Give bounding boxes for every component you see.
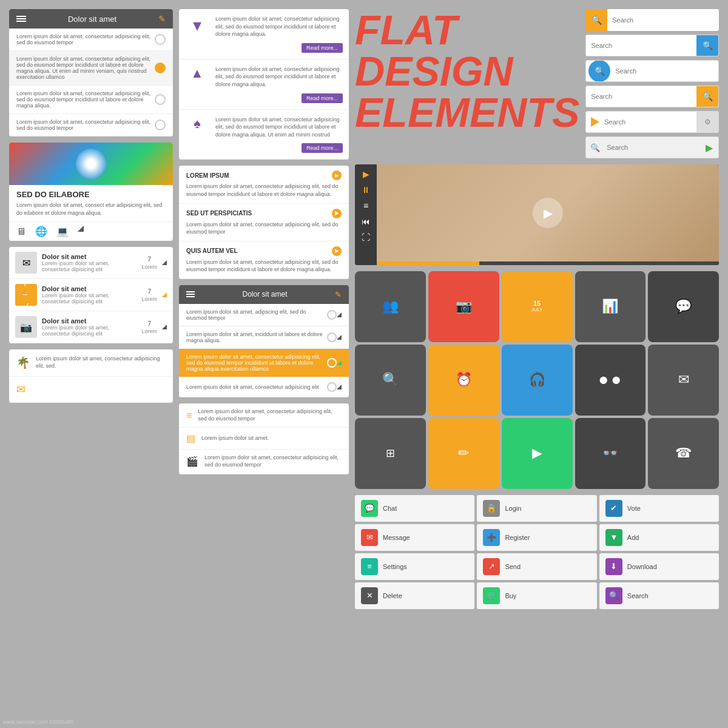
- card-action-laptop[interactable]: 💻: [56, 226, 69, 237]
- search-input-1[interactable]: [607, 9, 719, 31]
- read-more-button[interactable]: Read more...: [302, 143, 343, 153]
- icon-tile-camera[interactable]: 📷: [428, 271, 499, 342]
- list-item[interactable]: Lorem ipsum dolor sit amet, consectetur …: [9, 114, 173, 136]
- icon-tile-grid[interactable]: ⊞: [355, 418, 426, 489]
- search-button-2[interactable]: 🔍: [696, 35, 718, 56]
- drop-icon: ▾: [193, 15, 201, 35]
- watermark: www.sacusac.com 03965480: [3, 719, 74, 725]
- search-input-6[interactable]: [604, 137, 700, 158]
- list-item[interactable]: Lorem ipsum dolor sit amet, consectetur …: [9, 86, 173, 114]
- text-row[interactable]: ▤ Lorem ipsum dolor sit amet.: [179, 428, 349, 450]
- login-button[interactable]: 🔒 Login: [477, 495, 596, 522]
- play-button[interactable]: ▶: [363, 169, 369, 179]
- accordion-item[interactable]: LOREM IPSUM ▶ Lorem ipsum dolor sit amet…: [179, 166, 349, 203]
- pause-button[interactable]: ⏸: [362, 185, 370, 195]
- download-button[interactable]: ⬇ Download: [599, 553, 719, 580]
- read-more-button[interactable]: Read more...: [302, 93, 343, 103]
- skip-back-button[interactable]: ⏮: [362, 217, 370, 226]
- card-action-globe[interactable]: 🌐: [35, 226, 47, 237]
- simple-list-row[interactable]: 🌴 Lorem ipsum dolor sit amet, consectetu…: [9, 349, 173, 376]
- chat-button[interactable]: 💬 Chat: [355, 495, 474, 522]
- vote-button[interactable]: ✔ Vote: [599, 495, 719, 522]
- list-row-icon: ✉: [15, 252, 37, 274]
- buy-button[interactable]: 🛒 Buy: [477, 582, 596, 609]
- accordion-text: Lorem ipsum dolor sit amet, consectetur …: [186, 221, 342, 236]
- delete-button[interactable]: ✕ Delete: [355, 582, 474, 609]
- icon-tile-search[interactable]: 🔍: [355, 345, 426, 416]
- video-progress-bar[interactable]: [377, 261, 719, 265]
- search-button-5[interactable]: ⚙: [696, 111, 718, 133]
- search-icon-circle: 🔍: [588, 60, 610, 82]
- read-more-button[interactable]: Read more...: [302, 43, 343, 53]
- search-input-5[interactable]: [599, 112, 696, 132]
- hamburger-icon[interactable]: [16, 16, 26, 22]
- video-play-overlay[interactable]: ▶: [533, 198, 563, 228]
- list-item-text: Lorem ipsum dolor sit amet, consectetur …: [16, 33, 155, 46]
- list-item-check: [155, 62, 166, 73]
- icon-tile-play[interactable]: ▶: [502, 418, 573, 489]
- play-button[interactable]: ▶: [332, 170, 342, 180]
- list-row[interactable]: ✉ Dolor sit amet Lorem ipsum dolor sit a…: [9, 247, 173, 279]
- blog-content: Lorem ipsum dolor sit amet, consectetur …: [215, 66, 343, 103]
- search-button-4[interactable]: 🔍: [696, 86, 718, 107]
- list-item[interactable]: Lorem ipsum dolor sit amet, consectetur …: [179, 377, 349, 397]
- search-button-grid[interactable]: 🔍 Search: [599, 582, 719, 609]
- icon-tile-alarm[interactable]: ⏰: [428, 345, 499, 416]
- message-button[interactable]: ✉ Message: [355, 524, 474, 551]
- list-item[interactable]: Lorem ipsum dolor sit amet, consectetur …: [9, 29, 173, 51]
- blog-content: Lorem ipsum dolor sit amet, consectetur …: [215, 116, 343, 153]
- list-row[interactable]: 📷 Dolor sit amet Lorem ipsum dolor sit a…: [9, 311, 173, 343]
- simple-list-row[interactable]: ✉: [9, 377, 173, 403]
- text-row-content: Lorem ipsum dolor sit amet.: [201, 435, 269, 442]
- simple-list-panel: 🌴 Lorem ipsum dolor sit amet, consectetu…: [9, 349, 173, 402]
- search-input-3[interactable]: [613, 61, 718, 81]
- play-button[interactable]: ▶: [332, 246, 342, 256]
- play-button[interactable]: ▶: [332, 209, 342, 218]
- accordion-item[interactable]: SED UT PERSPICIATIS ▶ Lorem ipsum dolor …: [179, 204, 349, 241]
- hamburger-icon[interactable]: [186, 291, 195, 297]
- image-card-panel: SED DO EILABORE Lorem ipsum dolor sit am…: [9, 143, 173, 241]
- calendar-month: JULY: [531, 307, 543, 312]
- search-input-4[interactable]: [586, 86, 696, 107]
- icon-tile-email[interactable]: ✉: [648, 345, 719, 416]
- edit-icon[interactable]: ✎: [158, 14, 166, 24]
- buy-label: Buy: [505, 592, 516, 599]
- edit-icon[interactable]: ✎: [335, 290, 342, 299]
- icon-tile-edit[interactable]: ✏: [428, 418, 499, 489]
- search-input-2[interactable]: [586, 35, 696, 56]
- fullscreen-button[interactable]: ⛶: [362, 232, 370, 242]
- message-label: Message: [383, 534, 410, 541]
- video-player: ▶ ⏸ ≡ ⏮ ⛶ ▶: [355, 164, 719, 265]
- accordion-text: Lorem ipsum dolor sit amet, consectetur …: [186, 183, 342, 198]
- list-row-sub: Lorem ipsum dolor sit amet, consectetur …: [42, 260, 136, 272]
- list-item[interactable]: Lorem ipsum dolor sit amet, adipscing el…: [179, 304, 349, 326]
- send-button[interactable]: ↗ Send: [477, 553, 596, 580]
- list-item[interactable]: Lorem ipsum dolor sit amet, consectetur …: [179, 349, 349, 377]
- accordion-item[interactable]: QUIS AUTEM VEL ▶ Lorem ipsum dolor sit a…: [179, 241, 349, 279]
- blog-content: Lorem ipsum dolor sit amet, consectetur …: [215, 15, 343, 53]
- icon-tile-chart[interactable]: 📊: [575, 271, 646, 342]
- accordion-title: SED UT PERSPICIATIS ▶: [186, 209, 342, 218]
- text-row[interactable]: ≡ Lorem ipsum dolor sit amet, consectetu…: [179, 403, 349, 428]
- icon-tile-calendar[interactable]: 15 JULY: [502, 271, 573, 342]
- settings-button[interactable]: ≡ Settings: [355, 553, 474, 580]
- accordion-panel: LOREM IPSUM ▶ Lorem ipsum dolor sit amet…: [179, 166, 349, 279]
- icon-tile-people[interactable]: 👥: [355, 271, 426, 342]
- send-label: Send: [505, 563, 521, 570]
- search-button-6[interactable]: ▶: [700, 138, 718, 157]
- icon-tile-dots[interactable]: ⬤ ⬤: [575, 345, 646, 416]
- icon-tile-chat[interactable]: 💬: [648, 271, 719, 342]
- icon-tile-headphones[interactable]: 🎧: [502, 345, 573, 416]
- icon-tile-phone[interactable]: ☎: [648, 418, 719, 489]
- text-row[interactable]: 🎬 Lorem ipsum dolor sit amet, consectetu…: [179, 450, 349, 474]
- icon-tile-glasses[interactable]: 👓: [575, 418, 646, 489]
- list-item[interactable]: Lorem ipsum dolor sit amet, inciddunt ut…: [179, 326, 349, 349]
- card-action-monitor[interactable]: 🖥: [16, 226, 26, 237]
- list-row[interactable]: +−✓ Dolor sit amet Lorem ipsum dolor sit…: [9, 279, 173, 311]
- menu-button[interactable]: ≡: [363, 201, 368, 211]
- list-item[interactable]: Lorem ipsum dolor sit amet, consectetur …: [9, 51, 173, 86]
- video-screen[interactable]: ▶: [377, 164, 719, 261]
- down-arrow-icon: ▼: [605, 529, 622, 546]
- register-button[interactable]: ➕ Register: [477, 524, 596, 551]
- add-button[interactable]: ▼ Add: [599, 524, 719, 551]
